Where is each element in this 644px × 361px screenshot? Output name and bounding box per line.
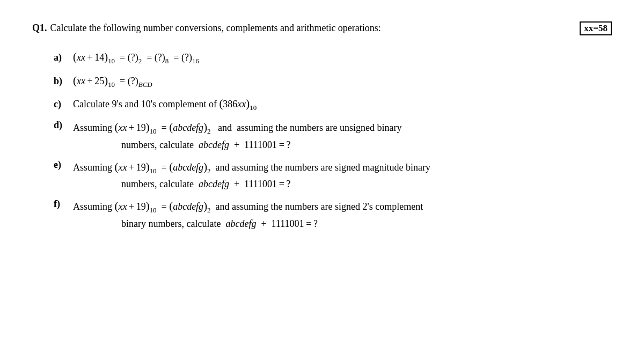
part-e-label: e) [54,159,69,171]
part-d: d) Assuming (xx + 19)10 = (abcdefg)2 and… [54,119,612,153]
part-c-label: c) [54,99,69,110]
part-a: a) (xx + 14)10 = (?)2 = (?)8 = (?)16 [54,48,612,67]
part-d-label: d) [54,120,69,131]
part-e: e) Assuming (xx + 19)10 = (abcdefg)2 and… [54,158,612,193]
part-c-content: Calculate 9's and 10's complement of (38… [73,95,612,113]
part-b-content: (xx + 25)10 = (?)BCD [73,72,612,90]
part-e-content: Assuming (xx + 19)10 = (abcdefg)2 and as… [73,158,612,193]
part-a-content: (xx + 14)10 = (?)2 = (?)8 = (?)16 [73,48,612,67]
question-label: Q1. [32,23,47,34]
part-c: c) Calculate 9's and 10's complement of … [54,95,612,113]
parts-list: a) (xx + 14)10 = (?)2 = (?)8 = (?)16 b) … [32,48,612,232]
part-e-line2: numbers, calculate abcdefg + 1111001 = ? [73,177,612,192]
part-d-line2: numbers, calculate abcdefg + 1111001 = ? [73,138,612,153]
part-f-label: f) [54,198,69,210]
part-f-line2: binary numbers, calculate abcdefg + 1111… [73,217,612,232]
page-container: Q1. Calculate the following number conve… [0,0,644,361]
part-d-content: Assuming (xx + 19)10 = (abcdefg)2 and as… [73,119,612,153]
question-header: Q1. Calculate the following number conve… [32,21,612,35]
xx-value-box: xx=58 [580,21,612,35]
part-b: b) (xx + 25)10 = (?)BCD [54,72,612,90]
question-text: Calculate the following number conversio… [50,23,573,34]
part-b-label: b) [54,76,69,87]
part-a-label: a) [54,52,69,63]
part-f: f) Assuming (xx + 19)10 = (abcdefg)2 and… [54,197,612,232]
part-f-content: Assuming (xx + 19)10 = (abcdefg)2 and as… [73,197,612,232]
